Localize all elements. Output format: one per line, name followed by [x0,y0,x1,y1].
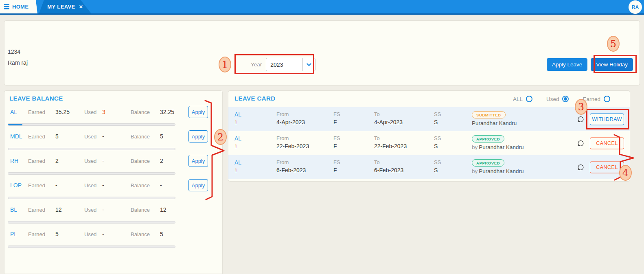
header-actions: Apply Leave View Holiday [547,58,633,71]
fs-value: F [333,167,340,173]
ss-value: S [434,167,441,173]
to-cell: To 6-Feb-2023 [374,159,403,173]
apply-button[interactable]: Apply [188,130,208,142]
used-value: 3 [102,109,105,115]
from-cell: From 22-Feb-2023 [276,135,309,149]
radio-icon[interactable] [562,96,569,102]
filter-label: Earned [583,96,600,102]
topbar: HOME MY LEAVE ✕ RA [0,0,644,15]
year-select[interactable]: 2023 [266,58,315,71]
action-button[interactable]: CANCEL [590,137,624,149]
leave-days: 1 [234,143,241,149]
tab-my-leave[interactable]: MY LEAVE ✕ [39,0,91,13]
by-prefix: by [472,168,478,174]
ss-cell: SS S [434,135,441,149]
from-cell: From 6-Feb-2023 [276,159,306,173]
action-button[interactable]: CANCEL [590,161,624,173]
radio-icon[interactable] [604,96,610,102]
avatar[interactable]: RA [629,0,642,14]
employee-id: 1234 [8,48,20,55]
apply-button[interactable]: Apply [188,155,208,167]
ss-cell: SS S [434,111,441,125]
progress-fill [8,124,22,125]
filter-radio[interactable]: Used [546,96,569,102]
tab-home[interactable]: HOME [0,0,37,13]
view-holiday-button[interactable]: View Holiday [591,58,633,71]
approver-name-text: Purandhar Kandru [479,144,524,150]
leave-type-cell: AL 1 [234,159,241,173]
approver-name-text: Purandhar Kandru [472,120,517,126]
status-cell: APPROVED byPurandhar Kandru [472,135,524,150]
leave-card-header: LEAVE CARD ALL Used Earned [228,91,630,107]
earned-value: 2 [55,158,59,164]
fs-label: FS [333,111,340,117]
balance-label: Balance [131,158,150,164]
filter-label: ALL [513,96,523,102]
to-value: 4-Apr-2023 [374,119,403,125]
leave-type-cell: AL 1 [234,111,241,125]
from-value: 4-Apr-2023 [276,119,305,125]
progress-track [8,221,175,224]
leave-card-row: AL 1 From 6-Feb-2023 FS F To 6-Feb-2023 … [228,155,630,179]
from-value: 22-Feb-2023 [276,143,309,149]
leave-type-code: AL [234,135,241,142]
fs-cell: FS F [333,135,340,149]
status-badge: APPROVED [472,135,504,142]
filter-radio[interactable]: Earned [583,96,610,102]
used-label: Used [84,182,96,189]
approver-name: byPurandhar Kandru [472,144,524,150]
to-value: 6-Feb-2023 [374,167,403,173]
leave-card-title: LEAVE CARD [234,95,275,102]
to-label: To [374,159,403,165]
earned-label: Earned [28,158,45,164]
progress-track [8,148,175,150]
radio-icon[interactable] [526,96,532,102]
used-value: - [102,206,104,213]
approver-name: byPurandhar Kandru [472,168,524,174]
leave-balance-row: MDL Earned 5 Used - Balance 5 Apply [4,128,222,153]
earned-label: Earned [28,109,45,115]
balance-label: Balance [131,231,150,237]
to-label: To [374,111,403,117]
year-value: 2023 [266,61,302,68]
to-cell: To 22-Feb-2023 [374,135,407,149]
leave-type-cell: AL 1 [234,135,241,149]
leave-type-code: MDL [10,133,22,140]
comment-icon[interactable] [577,115,585,123]
apply-button[interactable]: Apply [188,106,208,118]
employee-name: Ram raj [8,59,28,66]
progress-track [8,197,175,199]
chevron-down-icon[interactable] [302,58,315,71]
leave-type-code: BL [10,206,17,213]
balance-label: Balance [131,182,150,189]
balance-value: 5 [160,231,163,237]
ss-label: SS [434,111,441,117]
leave-balance-row: RH Earned 2 Used - Balance 2 Apply [4,153,222,177]
earned-value: 5 [55,133,59,140]
leave-card-row: AL 1 From 4-Apr-2023 FS F To 4-Apr-2023 … [228,107,630,131]
to-value: 22-Feb-2023 [374,143,407,149]
to-label: To [374,135,407,141]
menu-icon [4,4,9,9]
close-icon[interactable]: ✕ [79,4,83,10]
year-label: Year [251,61,262,68]
fs-label: FS [333,159,340,165]
leave-type-code: RH [10,158,18,164]
apply-leave-button[interactable]: Apply Leave [547,58,587,71]
ss-label: SS [434,135,441,141]
comment-icon[interactable] [577,163,585,171]
from-label: From [276,135,309,141]
earned-label: Earned [28,182,45,189]
comment-icon[interactable] [577,139,585,147]
balance-value: - [160,182,162,189]
action-button[interactable]: WITHDRAW [590,113,624,125]
leave-balance-title: LEAVE BALANCE [9,95,63,102]
leave-card-rows: AL 1 From 4-Apr-2023 FS F To 4-Apr-2023 … [228,107,630,179]
status-badge: SUBMITTED [472,111,506,118]
apply-button[interactable]: Apply [188,179,208,191]
from-cell: From 4-Apr-2023 [276,111,305,125]
fs-value: F [333,143,340,149]
from-label: From [276,159,306,165]
ss-value: S [434,119,441,125]
filter-radio[interactable]: ALL [513,96,532,102]
